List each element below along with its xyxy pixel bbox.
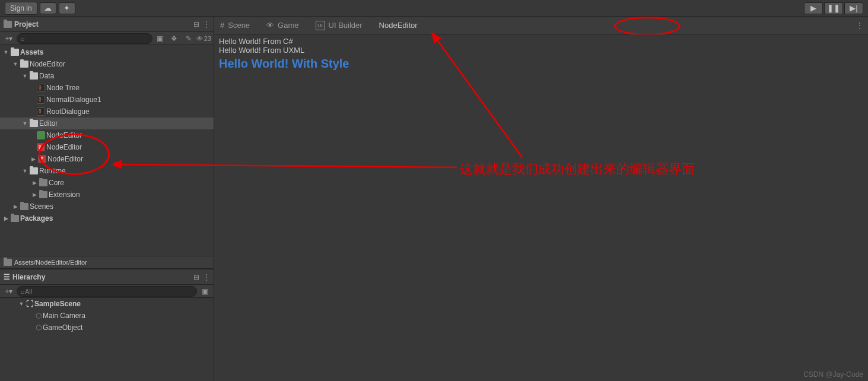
tree-normaldialogue[interactable]: NormalDialogue1 bbox=[0, 94, 214, 106]
project-search[interactable]: ⌕ bbox=[17, 33, 152, 44]
uibuilder-icon: UI bbox=[316, 21, 325, 30]
bug-icon[interactable]: ✦ bbox=[59, 2, 75, 14]
top-bar: Sign in ☁ ✦ ▶ ❚❚ ▶| bbox=[0, 0, 868, 17]
gameobject-row[interactable]: ⬡GameObject bbox=[0, 322, 214, 334]
sign-in-button[interactable]: Sign in bbox=[5, 2, 37, 15]
lock-icon[interactable]: ⊟ bbox=[193, 20, 199, 28]
add-button[interactable]: +▾ bbox=[2, 286, 15, 297]
folder-icon bbox=[4, 259, 12, 266]
tree-runtime[interactable]: Runtime bbox=[0, 165, 214, 177]
lock-icon[interactable]: ⊟ bbox=[193, 273, 199, 281]
hello-uxml: Hello World! From UXML bbox=[219, 46, 863, 55]
tree-nodeeditor[interactable]: NodeEditor bbox=[0, 58, 214, 70]
scene-row[interactable]: ⛶SampleScene bbox=[0, 298, 214, 310]
annotation-circle-tab bbox=[614, 17, 681, 36]
tab-nodeeditor[interactable]: NodeEditor bbox=[378, 18, 419, 32]
tab-uibuilder[interactable]: UIUI Builder bbox=[314, 18, 364, 33]
filter-icon-3[interactable]: ✎ bbox=[182, 33, 195, 44]
tree-editor[interactable]: Editor bbox=[0, 118, 214, 129]
tree-data[interactable]: Data bbox=[0, 70, 214, 82]
hello-style: Hello World! With Style bbox=[219, 57, 863, 71]
unity-scene-icon: ⛶ bbox=[26, 300, 33, 308]
filter-icon-1[interactable]: ▣ bbox=[154, 33, 167, 44]
tree-nodetree[interactable]: Node Tree bbox=[0, 82, 214, 94]
tab-game[interactable]: 👁Game bbox=[265, 18, 300, 32]
tree-core[interactable]: Core bbox=[0, 177, 214, 189]
hierarchy-toolbar: +▾ ⌕ All ▣ bbox=[0, 285, 214, 298]
scene-tab-icon: # bbox=[220, 21, 224, 30]
hierarchy-panel: ☰ Hierarchy ⊟ ⋮ +▾ ⌕ All ▣ ⛶SampleScene … bbox=[0, 269, 214, 381]
gameobject-icon: ⬡ bbox=[36, 312, 42, 320]
project-title: Project bbox=[14, 20, 39, 28]
hierarchy-tree: ⛶SampleScene ⬡Main Camera ⬡GameObject bbox=[0, 298, 214, 381]
project-toolbar: +▾ ⌕ ▣ ❖ ✎ 👁23 bbox=[0, 32, 214, 45]
step-button[interactable]: ▶| bbox=[844, 2, 863, 14]
hierarchy-title: Hierarchy bbox=[12, 273, 45, 281]
tree-nodeeditor-cs[interactable]: NodeEditor bbox=[0, 129, 214, 141]
tab-scene[interactable]: #Scene bbox=[219, 18, 251, 32]
hidden-count[interactable]: 👁23 bbox=[196, 35, 211, 42]
filter-icon-2[interactable]: ❖ bbox=[168, 33, 181, 44]
tree-nodeeditor-uss[interactable]: NodeEditor bbox=[0, 153, 214, 165]
path-text: Assets/NodeEditor/Editor bbox=[14, 259, 87, 266]
project-icon bbox=[4, 21, 12, 28]
gameobject-icon: ⬡ bbox=[36, 323, 42, 332]
tree-packages[interactable]: Packages bbox=[0, 212, 214, 224]
menu-icon[interactable]: ⋮ bbox=[203, 20, 210, 28]
camera-row[interactable]: ⬡Main Camera bbox=[0, 310, 214, 322]
hello-csharp: Hello World! From C# bbox=[219, 37, 863, 46]
left-panel: Project ⊟ ⋮ +▾ ⌕ ▣ ❖ ✎ 👁23 Assets NodeEd… bbox=[0, 17, 214, 381]
cloud-icon[interactable]: ☁ bbox=[40, 2, 56, 14]
play-button[interactable]: ▶ bbox=[804, 2, 823, 14]
add-button[interactable]: +▾ bbox=[2, 33, 15, 44]
pause-button[interactable]: ❚❚ bbox=[824, 2, 843, 14]
project-tree: Assets NodeEditor Data Node Tree NormalD… bbox=[0, 45, 214, 256]
path-bar: Assets/NodeEditor/Editor bbox=[0, 256, 214, 269]
play-controls: ▶ ❚❚ ▶| bbox=[804, 2, 863, 14]
hierarchy-icon: ☰ bbox=[4, 273, 10, 281]
tree-scenes[interactable]: Scenes bbox=[0, 201, 214, 212]
hierarchy-header: ☰ Hierarchy ⊟ ⋮ bbox=[0, 269, 214, 285]
hierarchy-search[interactable]: ⌕ All bbox=[17, 286, 197, 297]
tree-assets[interactable]: Assets bbox=[0, 46, 214, 58]
tabs-bar: #Scene 👁Game UIUI Builder NodeEditor ⋮ bbox=[214, 17, 868, 34]
tree-rootdialogue[interactable]: RootDialogue bbox=[0, 106, 214, 118]
project-panel-header: Project ⊟ ⋮ bbox=[0, 17, 214, 32]
right-panel: #Scene 👁Game UIUI Builder NodeEditor ⋮ H… bbox=[214, 17, 868, 381]
filter-icon[interactable]: ▣ bbox=[198, 286, 211, 297]
game-tab-icon: 👁 bbox=[266, 21, 274, 30]
content-area: Hello World! From C# Hello World! From U… bbox=[214, 34, 868, 381]
tree-extension[interactable]: Extension bbox=[0, 189, 214, 201]
tree-nodeeditor-uxml[interactable]: NodeEditor bbox=[0, 141, 214, 153]
tabs-menu[interactable]: ⋮ bbox=[856, 21, 863, 30]
menu-icon[interactable]: ⋮ bbox=[203, 273, 210, 281]
